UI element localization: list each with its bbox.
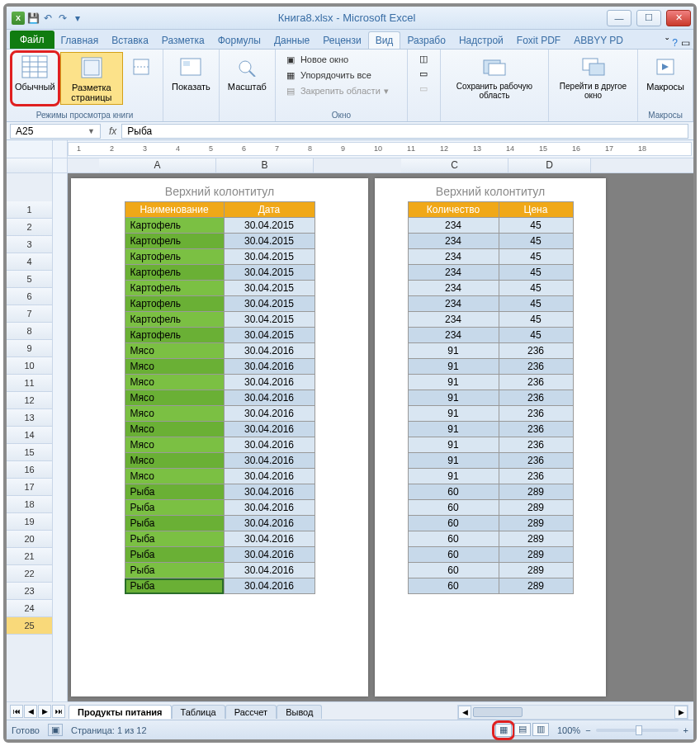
table-cell[interactable]: 236 — [499, 437, 573, 453]
table-cell[interactable]: 60 — [408, 531, 499, 547]
table-cell[interactable]: Мясо — [125, 453, 224, 469]
normal-view-button[interactable]: Обычный — [12, 52, 59, 105]
table-cell[interactable]: 30.04.2015 — [224, 234, 315, 249]
table-cell[interactable]: 60 — [408, 578, 499, 594]
row-header[interactable]: 23 — [7, 583, 52, 600]
header-placeholder-right[interactable]: Верхний колонтитул — [375, 178, 606, 201]
sheet-window-controls-icon[interactable]: ▭ — [681, 37, 690, 49]
row-header[interactable]: 1 — [7, 201, 52, 219]
table-cell[interactable]: 289 — [499, 500, 573, 516]
table-cell[interactable]: 289 — [499, 484, 573, 500]
pagebreak-preview-button[interactable] — [125, 52, 158, 105]
table-cell[interactable]: Мясо — [125, 422, 224, 437]
table-cell[interactable]: Картофель — [125, 312, 224, 328]
table-cell[interactable]: 60 — [408, 500, 499, 516]
table-cell[interactable]: Картофель — [125, 328, 224, 343]
table-cell[interactable]: 236 — [499, 406, 573, 422]
macro-record-icon[interactable]: ▣ — [48, 724, 63, 736]
table-cell[interactable]: 60 — [408, 484, 499, 500]
row-header[interactable]: 22 — [7, 565, 52, 583]
table-cell[interactable]: 234 — [408, 265, 499, 281]
table-cell[interactable]: 45 — [499, 265, 573, 281]
table-cell[interactable]: 30.04.2016 — [224, 343, 315, 359]
col-D[interactable]: D — [508, 158, 591, 172]
tab-layout[interactable]: Разметка — [155, 32, 211, 49]
sheet-tab-0[interactable]: Продукты питания — [69, 705, 172, 719]
table-cell[interactable]: 30.04.2016 — [224, 531, 315, 547]
table-cell[interactable]: 289 — [499, 563, 573, 578]
scroll-left-icon[interactable]: ◀ — [458, 706, 471, 719]
table-cell[interactable]: 60 — [408, 547, 499, 563]
row-header[interactable]: 12 — [7, 392, 52, 409]
table-cell[interactable]: 45 — [499, 218, 573, 234]
fx-icon[interactable]: fx — [104, 125, 121, 137]
table-cell[interactable]: 30.04.2016 — [224, 453, 315, 469]
table-cell[interactable]: 91 — [408, 390, 499, 406]
sheet-tab-1[interactable]: Таблица — [172, 705, 225, 719]
row-header[interactable]: 15 — [7, 444, 52, 461]
table-cell[interactable]: 45 — [499, 281, 573, 296]
sheet-nav-next[interactable]: ▶ — [38, 705, 51, 718]
table-cell[interactable]: Рыба — [125, 500, 224, 516]
table-cell[interactable]: 30.04.2015 — [224, 218, 315, 234]
table-cell[interactable]: Мясо — [125, 469, 224, 484]
page-layout-button[interactable]: Разметка страницы — [60, 52, 123, 105]
row-header[interactable]: 6 — [7, 288, 52, 305]
table-cell[interactable]: 30.04.2016 — [224, 390, 315, 406]
tab-addins[interactable]: Надстрой — [452, 32, 510, 49]
zoom-slider[interactable] — [596, 729, 679, 732]
row-header[interactable]: 4 — [7, 253, 52, 271]
table-cell[interactable]: 30.04.2015 — [224, 328, 315, 343]
table-cell[interactable]: Мясо — [125, 437, 224, 453]
row-header[interactable]: 14 — [7, 427, 52, 444]
table-cell[interactable]: Картофель — [125, 249, 224, 265]
table-cell[interactable]: 236 — [499, 375, 573, 390]
row-header[interactable]: 16 — [7, 461, 52, 479]
table-cell[interactable]: 30.04.2016 — [224, 500, 315, 516]
sheet-nav-prev[interactable]: ◀ — [24, 705, 37, 718]
arrange-all-button[interactable]: ▦Упорядочить все — [281, 68, 392, 83]
table-cell[interactable]: 60 — [408, 563, 499, 578]
save-icon[interactable]: 💾 — [26, 12, 40, 25]
table-cell[interactable]: 45 — [499, 312, 573, 328]
tab-review[interactable]: Рецензи — [316, 32, 367, 49]
table-cell[interactable]: 91 — [408, 343, 499, 359]
row-header[interactable]: 5 — [7, 271, 52, 288]
tab-developer[interactable]: Разрабо — [400, 32, 452, 49]
table-cell[interactable]: Мясо — [125, 406, 224, 422]
table-cell[interactable]: 236 — [499, 453, 573, 469]
table-cell[interactable]: 234 — [408, 234, 499, 249]
table-cell[interactable]: Рыба — [125, 578, 224, 594]
table-cell[interactable]: 236 — [499, 422, 573, 437]
col-C[interactable]: C — [401, 158, 508, 172]
table-cell[interactable]: 30.04.2016 — [224, 484, 315, 500]
show-button[interactable]: Показать — [168, 52, 214, 93]
zoom-out-button[interactable]: − — [585, 725, 590, 735]
tab-data[interactable]: Данные — [267, 32, 316, 49]
table-cell[interactable]: 60 — [408, 516, 499, 531]
zoom-in-button[interactable]: + — [683, 725, 688, 735]
row-header[interactable]: 13 — [7, 409, 52, 427]
table-cell[interactable]: 45 — [499, 296, 573, 312]
table-cell[interactable]: 91 — [408, 453, 499, 469]
row-header[interactable]: 8 — [7, 323, 52, 340]
table-cell[interactable]: 236 — [499, 343, 573, 359]
table-cell[interactable]: Мясо — [125, 359, 224, 375]
row-header[interactable]: 3 — [7, 236, 52, 253]
row-header[interactable]: 17 — [7, 479, 52, 496]
table-cell[interactable]: Картофель — [125, 218, 224, 234]
tab-view[interactable]: Вид — [368, 31, 401, 49]
table-cell[interactable]: 30.04.2015 — [224, 265, 315, 281]
table-cell[interactable]: 234 — [408, 296, 499, 312]
table-cell[interactable]: 30.04.2016 — [224, 469, 315, 484]
save-workspace-button[interactable]: Сохранить рабочую область — [446, 52, 543, 102]
table-cell[interactable]: 30.04.2016 — [224, 422, 315, 437]
table-cell[interactable]: 30.04.2015 — [224, 249, 315, 265]
qat-more-icon[interactable]: ▾ — [71, 12, 84, 25]
table-cell[interactable]: 30.04.2016 — [224, 563, 315, 578]
table-cell[interactable]: 45 — [499, 234, 573, 249]
table-cell[interactable]: 30.04.2016 — [224, 516, 315, 531]
pagebreak-statusbtn[interactable]: ▥ — [532, 723, 549, 736]
table-cell[interactable]: 91 — [408, 406, 499, 422]
header-placeholder-left[interactable]: Верхний колонтитул — [71, 178, 368, 201]
